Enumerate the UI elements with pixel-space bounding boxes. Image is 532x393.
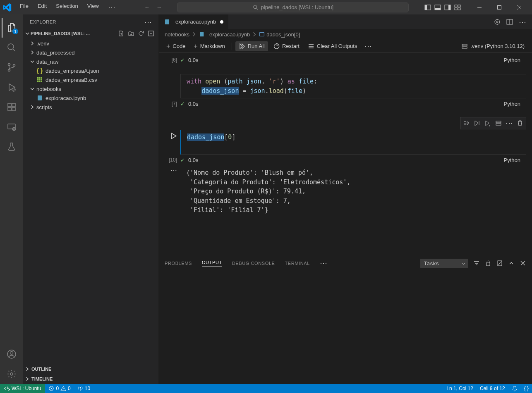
layout-icon-1[interactable] xyxy=(424,4,431,11)
filter-icon[interactable] xyxy=(473,260,480,267)
notebook-toolbar: +Code +Markdown Run All Restart Clear Al… xyxy=(159,40,532,53)
activity-account[interactable] xyxy=(2,344,22,364)
activity-remote[interactable] xyxy=(2,117,22,137)
nav-forward-icon[interactable]: → xyxy=(156,4,162,10)
lock-icon[interactable] xyxy=(485,260,491,267)
menu-selection[interactable]: Selection xyxy=(52,1,82,14)
run-config-icon[interactable] xyxy=(494,19,501,25)
menu-more-icon[interactable]: ⋯ xyxy=(104,1,120,14)
tab-more-icon[interactable]: ⋯ xyxy=(519,17,526,26)
sidebar-more-icon[interactable]: ⋯ xyxy=(144,17,152,26)
panel-tab-debug[interactable]: DEBUG CONSOLE xyxy=(232,261,275,266)
cell-lang[interactable]: Python xyxy=(504,57,520,63)
refresh-icon[interactable] xyxy=(138,30,144,37)
notebook-body[interactable]: [6] ✓0.0s Python with open (path_json, '… xyxy=(159,53,532,256)
vscode-icon xyxy=(3,3,12,12)
folder-header[interactable]: PIPELINE_DADOS [WSL: ... xyxy=(23,29,158,38)
notebook-icon xyxy=(164,19,170,25)
svg-rect-23 xyxy=(8,107,11,111)
panel-more-icon[interactable]: ⋯ xyxy=(320,259,328,268)
status-ports[interactable]: 10 xyxy=(74,384,93,393)
split-editor-icon[interactable] xyxy=(506,19,513,25)
command-center[interactable]: pipeline_dados [WSL: Ubuntu] xyxy=(177,2,409,12)
close-button[interactable] xyxy=(510,0,529,14)
nb-run-all[interactable]: Run All xyxy=(235,41,268,51)
panel-tab-output[interactable]: OUTPUT xyxy=(202,260,222,267)
svg-rect-49 xyxy=(486,263,490,266)
split-cell-icon[interactable] xyxy=(494,118,503,128)
activity-settings[interactable] xyxy=(2,364,22,384)
new-folder-icon[interactable] xyxy=(128,30,134,37)
layout-icon-2[interactable] xyxy=(434,4,441,11)
collapse-icon[interactable] xyxy=(148,30,154,37)
breadcrumb[interactable]: notebooks exploracao.ipynb dados_json[0] xyxy=(159,29,532,40)
status-brace[interactable]: { } xyxy=(521,386,532,391)
panel-tab-terminal[interactable]: TERMINAL xyxy=(285,261,310,266)
menu-view[interactable]: View xyxy=(83,1,103,14)
nav-back-icon[interactable]: ← xyxy=(144,4,150,10)
panel-tab-problems[interactable]: PROBLEMS xyxy=(165,261,192,266)
layout-icon-3[interactable] xyxy=(444,4,451,11)
clear-output-icon[interactable] xyxy=(496,260,503,267)
cell-more-icon[interactable]: ⋯ xyxy=(504,118,514,128)
menu-file[interactable]: File xyxy=(16,1,33,14)
cell-number: [7] xyxy=(172,101,177,107)
tree-folder-raw[interactable]: data_raw xyxy=(23,57,158,66)
menu-edit[interactable]: Edit xyxy=(34,1,51,14)
status-problems[interactable]: 0 0 xyxy=(45,384,74,393)
tree-folder-processed[interactable]: data_processed xyxy=(23,48,158,57)
activity-debug[interactable] xyxy=(2,77,22,97)
status-bell[interactable] xyxy=(508,386,521,391)
run-cell-icon[interactable] xyxy=(170,132,177,140)
activity-search[interactable] xyxy=(2,38,22,57)
tab-exploracao[interactable]: exploracao.ipynb xyxy=(159,14,229,29)
activity-test[interactable] xyxy=(2,137,22,157)
run-by-line-icon[interactable] xyxy=(461,118,471,128)
nb-kernel[interactable]: .venv (Python 3.10.12) xyxy=(458,41,528,51)
svg-line-1 xyxy=(256,8,258,10)
clear-icon xyxy=(308,43,314,50)
tree-folder-notebooks[interactable]: notebooks xyxy=(23,84,158,93)
activity-scm[interactable] xyxy=(2,57,22,77)
breadcrumb-file[interactable]: exploracao.ipynb xyxy=(199,31,250,38)
svg-point-46 xyxy=(463,47,463,48)
sidebar-timeline[interactable]: TIMELINE xyxy=(23,374,158,384)
nb-clear[interactable]: Clear All Outputs xyxy=(304,41,361,51)
status-lncol[interactable]: Ln 1, Col 12 xyxy=(443,386,477,391)
close-panel-icon[interactable] xyxy=(520,260,526,267)
nb-add-markdown[interactable]: +Markdown xyxy=(190,41,228,52)
breadcrumb-cell[interactable]: dados_json[0] xyxy=(259,31,300,38)
nb-more-icon[interactable]: ⋯ xyxy=(364,42,372,51)
status-cell[interactable]: Cell 9 of 12 xyxy=(477,386,508,391)
activity-explorer[interactable]: 1 xyxy=(2,18,22,38)
remote-icon xyxy=(7,122,17,132)
new-file-icon[interactable] xyxy=(118,30,125,37)
bell-icon xyxy=(512,386,518,391)
layout-icon-4[interactable] xyxy=(454,4,461,11)
tree-folder-scripts[interactable]: scripts xyxy=(23,102,158,112)
status-remote[interactable]: WSL: Ubuntu xyxy=(0,384,45,393)
execute-above-icon[interactable] xyxy=(472,118,482,128)
tree-file-csv[interactable]: dados_empresaB.csv xyxy=(23,75,158,84)
maximize-button[interactable] xyxy=(490,0,509,14)
cell-code[interactable]: with open (path_json, 'r') as file: dado… xyxy=(180,74,526,98)
output-more-icon[interactable]: ⋯ xyxy=(170,167,177,174)
sidebar-outline[interactable]: OUTLINE xyxy=(23,364,158,374)
tree-folder-venv[interactable]: .venv xyxy=(23,39,158,48)
execute-below-icon[interactable] xyxy=(483,118,493,128)
minimize-button[interactable] xyxy=(470,0,489,14)
activity-extensions[interactable] xyxy=(2,97,22,117)
panel: PROBLEMS OUTPUT DEBUG CONSOLE TERMINAL ⋯… xyxy=(159,256,532,384)
chevron-up-icon[interactable] xyxy=(508,260,515,267)
cell-lang[interactable]: Python xyxy=(504,101,520,107)
chevron-right-icon xyxy=(25,367,30,372)
breadcrumb-notebooks[interactable]: notebooks xyxy=(165,31,189,38)
tree-file-json[interactable]: { }dados_empresaA.json xyxy=(23,66,158,75)
tree-file-ipynb[interactable]: exploracao.ipynb xyxy=(23,93,158,102)
cell-code-active[interactable]: dados_json[0] xyxy=(180,130,526,155)
nb-add-code[interactable]: +Code xyxy=(163,41,189,52)
cell-time: 0.0s xyxy=(188,57,199,63)
delete-cell-icon[interactable] xyxy=(515,118,525,128)
cell-lang[interactable]: Python xyxy=(504,157,520,163)
nb-restart[interactable]: Restart xyxy=(270,41,303,51)
